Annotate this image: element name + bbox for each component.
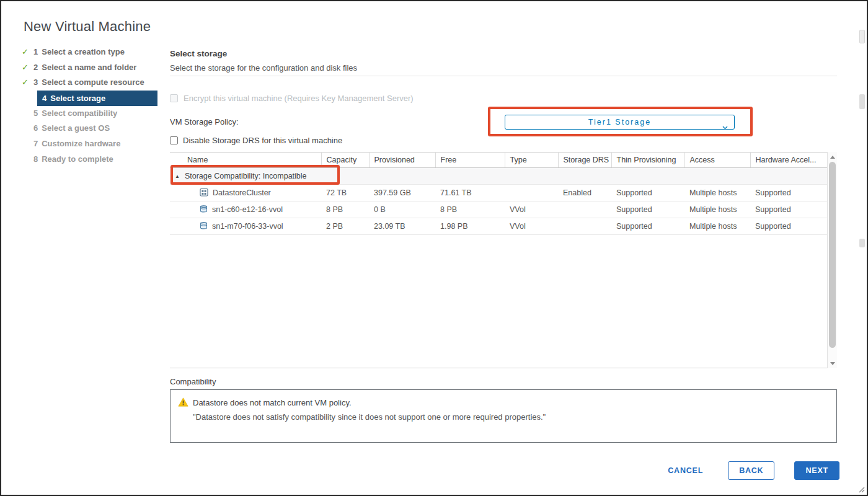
- cell-storage-drs: [558, 218, 611, 235]
- chevron-down-icon: [722, 121, 728, 125]
- cell-free: 71.61 TB: [435, 185, 505, 202]
- compatibility-label: Compatibility: [170, 377, 216, 386]
- step-5-select-compatibility[interactable]: 5Select compatibility: [33, 106, 162, 122]
- window-scrollbar-thumb[interactable]: [859, 94, 865, 109]
- cell-access: Multiple hosts: [684, 185, 750, 202]
- column-header-thin-provisioning[interactable]: Thin Provisioning: [611, 153, 684, 168]
- datastore-name: DatastoreCluster: [213, 188, 271, 197]
- datastore-icon: [200, 205, 208, 215]
- compatibility-panel: Datastore does not match current VM poli…: [170, 389, 837, 443]
- wizard-step-list: ✓ 1Select a creation type ✓ 2Select a na…: [16, 45, 162, 167]
- cell-hardware-accel: Supported: [750, 218, 827, 235]
- vm-storage-policy-select[interactable]: Tier1 Storage: [505, 115, 735, 130]
- scroll-up-icon[interactable]: [828, 153, 837, 161]
- step-2-select-name-folder[interactable]: ✓ 2Select a name and folder: [33, 60, 162, 76]
- compatibility-warning-title: Datastore does not match current VM poli…: [193, 398, 352, 407]
- encrypt-vm-row: Encrypt this virtual machine (Requires K…: [170, 94, 414, 103]
- next-button[interactable]: NEXT: [794, 461, 839, 480]
- datastore-table: Name Capacity Provisioned Free Type Stor…: [170, 152, 837, 368]
- table-row-sn1-c60-e12-16-vvol[interactable]: sn1-c60-e12-16-vvol 8 PB 0 B 8 PB VVol S…: [170, 202, 827, 218]
- disable-drs-checkbox[interactable]: [170, 136, 178, 144]
- wizard-footer: CANCEL BACK NEXT: [668, 461, 839, 480]
- content-subheading: Select the storage for the configuration…: [170, 63, 357, 73]
- column-header-hardware-accel[interactable]: Hardware Accel...: [750, 153, 827, 168]
- step-3-select-compute-resource[interactable]: ✓ 3Select a compute resource: [33, 75, 162, 91]
- window-scrollbar-arrow[interactable]: [859, 30, 865, 43]
- step-4-select-storage[interactable]: 4Select storage: [37, 91, 157, 106]
- cancel-button[interactable]: CANCEL: [668, 466, 703, 475]
- column-header-storage-drs[interactable]: Storage DRS: [558, 153, 611, 168]
- header-divider: [170, 76, 837, 76]
- cell-type: [505, 185, 558, 202]
- cell-access: Multiple hosts: [684, 202, 750, 218]
- compatibility-warning-detail: "Datastore does not satisfy compatibilit…: [193, 412, 546, 422]
- cell-storage-drs: Enabled: [558, 185, 611, 202]
- datastore-icon: [200, 221, 208, 232]
- column-header-capacity[interactable]: Capacity: [321, 153, 369, 168]
- cell-thin-provisioning: Supported: [611, 202, 684, 218]
- cell-provisioned: 23.09 TB: [369, 218, 435, 235]
- new-vm-wizard-dialog: New Virtual Machine ✓ 1Select a creation…: [0, 0, 868, 496]
- cell-thin-provisioning: Supported: [611, 218, 684, 235]
- cell-free: 8 PB: [435, 202, 505, 218]
- cell-hardware-accel: Supported: [750, 202, 827, 218]
- step-7-customize-hardware[interactable]: 7Customize hardware: [33, 136, 162, 152]
- step-complete-check-icon: ✓: [22, 75, 29, 91]
- window-scrollbar-mark[interactable]: [859, 239, 865, 247]
- encrypt-vm-checkbox[interactable]: [170, 94, 178, 102]
- scroll-down-icon[interactable]: [828, 359, 837, 368]
- cell-type: VVol: [505, 218, 558, 235]
- cell-type: VVol: [505, 202, 558, 218]
- column-header-free[interactable]: Free: [435, 153, 505, 168]
- cell-provisioned: 0 B: [369, 202, 435, 218]
- step-6-select-guest-os[interactable]: 6Select a guest OS: [33, 121, 162, 136]
- table-header-row: Name Capacity Provisioned Free Type Stor…: [170, 153, 827, 168]
- vm-storage-policy-label: VM Storage Policy:: [170, 117, 239, 126]
- group-row-storage-compatibility[interactable]: ▲Storage Compatibility: Incompatible: [170, 168, 827, 185]
- cell-storage-drs: [558, 202, 611, 218]
- table-scrollbar-thumb[interactable]: [829, 162, 836, 348]
- dialog-title: New Virtual Machine: [24, 19, 151, 35]
- back-button[interactable]: BACK: [728, 461, 774, 480]
- group-row-label: Storage Compatibility: Incompatible: [185, 172, 307, 180]
- column-header-type[interactable]: Type: [505, 153, 558, 168]
- cell-capacity: 8 PB: [321, 202, 369, 218]
- cell-access: Multiple hosts: [684, 218, 750, 235]
- table-row-sn1-m70-f06-33-vvol[interactable]: sn1-m70-f06-33-vvol 2 PB 23.09 TB 1.98 P…: [170, 218, 827, 235]
- encrypt-vm-label: Encrypt this virtual machine (Requires K…: [184, 94, 414, 103]
- column-header-name[interactable]: Name: [170, 153, 321, 168]
- table-scrollbar: [827, 152, 837, 368]
- column-header-access[interactable]: Access: [684, 153, 750, 168]
- step-1-select-creation-type[interactable]: ✓ 1Select a creation type: [33, 45, 162, 60]
- cell-hardware-accel: Supported: [750, 185, 827, 202]
- cell-provisioned: 397.59 GB: [369, 185, 435, 202]
- cell-thin-provisioning: Supported: [611, 185, 684, 202]
- datastore-cluster-icon: [200, 188, 208, 198]
- datastore-name: sn1-c60-e12-16-vvol: [212, 205, 283, 214]
- cell-capacity: 2 PB: [321, 218, 369, 235]
- content-heading: Select storage: [170, 49, 227, 58]
- column-header-provisioned[interactable]: Provisioned: [369, 153, 435, 168]
- cell-capacity: 72 TB: [321, 185, 369, 202]
- step-complete-check-icon: ✓: [22, 45, 29, 60]
- group-expand-icon[interactable]: ▲: [175, 174, 180, 179]
- table-row-datastorecluster[interactable]: DatastoreCluster 72 TB 397.59 GB 71.61 T…: [170, 185, 827, 202]
- step-complete-check-icon: ✓: [22, 60, 29, 76]
- cell-free: 1.98 PB: [435, 218, 505, 235]
- datastore-name: sn1-m70-f06-33-vvol: [212, 222, 283, 231]
- disable-drs-label: Disable Storage DRS for this virtual mac…: [183, 136, 342, 145]
- vm-storage-policy-value: Tier1 Storage: [588, 118, 651, 126]
- step-8-ready-to-complete[interactable]: 8Ready to complete: [33, 152, 162, 167]
- warning-icon: [178, 397, 188, 409]
- resize-grip-icon[interactable]: [856, 484, 865, 493]
- disable-drs-row[interactable]: Disable Storage DRS for this virtual mac…: [170, 136, 342, 145]
